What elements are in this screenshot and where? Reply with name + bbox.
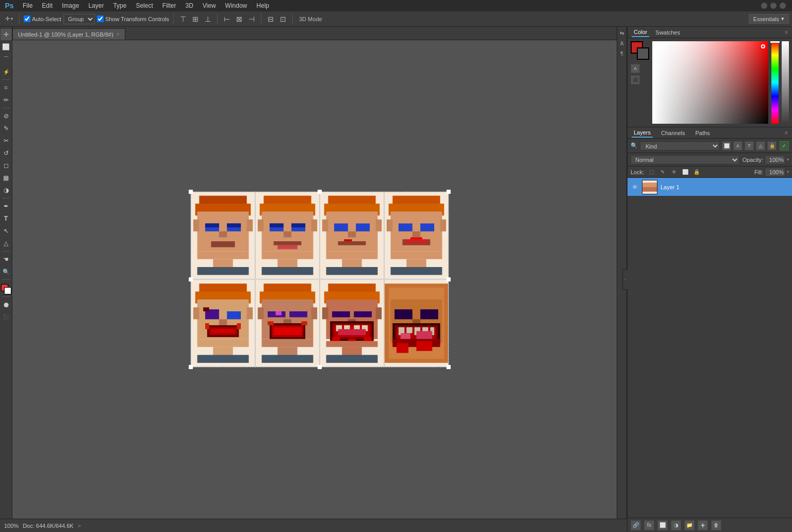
layer-mask-btn[interactable]: ⬜ [657, 520, 668, 530]
filter-shape-btn[interactable]: △ [756, 141, 765, 151]
tool-path-select[interactable]: ↖ [1, 225, 12, 237]
handle-top-right[interactable] [447, 190, 451, 194]
tool-spot-heal[interactable]: ⊘ [1, 110, 12, 122]
right-panel-collapse[interactable]: ‹ [622, 269, 628, 290]
menu-image[interactable]: Image [58, 1, 83, 10]
filter-adj-btn[interactable]: A [733, 141, 742, 151]
show-transform-checkbox[interactable]: Show Transform Controls [97, 15, 169, 22]
menu-type[interactable]: Type [109, 1, 130, 10]
align-bottom[interactable]: ⊥ [203, 14, 213, 24]
tool-eraser[interactable]: ◻ [1, 160, 12, 171]
layers-panel-menu[interactable]: ≡ [785, 130, 788, 136]
align-right[interactable]: ⊣ [246, 14, 257, 24]
tool-shape[interactable]: △ [1, 238, 12, 249]
handle-top-center[interactable] [318, 190, 322, 194]
opacity-input[interactable] [765, 155, 785, 164]
tool-quick-mask[interactable]: ⬤ [1, 299, 12, 310]
fill-input[interactable] [765, 168, 785, 177]
group-select[interactable]: Group [63, 14, 95, 24]
layer-add-btn[interactable]: + [698, 520, 708, 530]
handle-bot-left[interactable] [189, 365, 193, 369]
tab-channels[interactable]: Channels [659, 129, 687, 137]
lock-all[interactable]: 🔒 [692, 168, 701, 176]
tool-eyedropper[interactable]: ✏ [1, 94, 12, 106]
color-hue-strip[interactable] [771, 41, 779, 124]
essentials-button[interactable]: Essentials ▾ [749, 14, 789, 24]
doc-tab-close[interactable]: × [117, 31, 120, 37]
color-gradient-wrapper[interactable] [652, 41, 768, 124]
tool-screen-mode[interactable]: ⬛ [1, 311, 12, 323]
filter-pixel-btn[interactable]: ⬜ [722, 141, 731, 151]
handle-bot-right[interactable] [447, 365, 451, 369]
mini-icon-3[interactable]: ¶ [618, 49, 626, 58]
layer-adj-btn[interactable]: ◑ [671, 520, 681, 530]
align-top[interactable]: ⊤ [178, 14, 188, 24]
tool-hand[interactable]: ☚ [1, 254, 12, 265]
layer-link-btn[interactable]: 🔗 [631, 520, 641, 530]
auto-select-checkbox[interactable]: Auto-Select [24, 15, 61, 22]
handle-bot-center[interactable] [318, 365, 322, 369]
tool-quick-select[interactable]: ⚡ [1, 66, 12, 77]
handle-mid-left[interactable] [189, 277, 193, 281]
color-panel-menu[interactable]: ≡ [785, 29, 788, 35]
menu-view[interactable]: View [199, 1, 220, 10]
tool-clone[interactable]: ✂ [1, 135, 12, 146]
window-close[interactable] [780, 3, 786, 9]
tool-zoom[interactable]: 🔍 [1, 266, 12, 277]
tab-color[interactable]: Color [632, 28, 649, 37]
color-swatches[interactable] [1, 284, 11, 294]
tool-lasso[interactable]: ⌒ [1, 54, 12, 65]
lock-brush[interactable]: ✎ [658, 168, 667, 176]
menu-layer[interactable]: Layer [84, 1, 108, 10]
menu-3d[interactable]: 3D [181, 1, 197, 10]
tool-crop[interactable]: ⌗ [1, 82, 12, 93]
menu-window[interactable]: Window [221, 1, 252, 10]
tool-pen[interactable]: ✒ [1, 201, 12, 212]
menu-help[interactable]: Help [252, 1, 273, 10]
layer-group-btn[interactable]: 📁 [684, 520, 695, 530]
color-bg-swatch[interactable] [637, 47, 649, 60]
tool-type[interactable]: T [1, 213, 12, 224]
window-minimize[interactable] [761, 3, 767, 9]
show-transform-check[interactable] [97, 15, 104, 22]
tool-select-rect[interactable]: ⬜ [1, 41, 12, 53]
align-vcenter[interactable]: ⊞ [190, 14, 201, 24]
tab-swatches[interactable]: Swatches [653, 28, 682, 37]
handle-mid-right[interactable] [447, 277, 451, 281]
menu-edit[interactable]: Edit [38, 1, 57, 10]
tool-move[interactable]: ✛ [1, 29, 12, 40]
handle-top-left[interactable] [189, 190, 193, 194]
filter-type-btn[interactable]: T [745, 141, 754, 151]
tab-layers[interactable]: Layers [632, 128, 653, 138]
filter-lock-btn[interactable]: 🔒 [767, 141, 777, 151]
layer-fx-btn[interactable]: fx [644, 520, 654, 530]
lock-move[interactable]: ✛ [670, 168, 678, 176]
mini-icon-1[interactable]: ⇆ [618, 29, 626, 37]
lock-checkerboard[interactable]: ⬚ [647, 168, 655, 176]
tool-gradient[interactable]: ▦ [1, 172, 12, 184]
filter-toggle[interactable]: ✓ [780, 141, 789, 151]
blend-mode-select[interactable]: Normal [631, 155, 739, 164]
tool-history[interactable]: ↺ [1, 147, 12, 159]
menu-select[interactable]: Select [131, 1, 157, 10]
color-tool-1[interactable]: A [631, 64, 640, 73]
doc-tab-1[interactable]: Untitled-1 @ 100% (Layer 1, RGB/8#) × [12, 28, 125, 40]
color-alpha-strip[interactable] [782, 41, 789, 124]
distribute-v[interactable]: ⊡ [278, 14, 288, 24]
mode-3d-btn[interactable]: 3D Mode [297, 15, 324, 23]
layers-kind-filter[interactable]: Kind [640, 141, 720, 151]
layer-item-1[interactable]: 👁 Layer 1 [628, 178, 792, 196]
lock-artboard[interactable]: ⬜ [681, 168, 689, 176]
tab-paths[interactable]: Paths [694, 129, 712, 137]
status-arrow[interactable]: > [78, 523, 81, 529]
auto-select-check[interactable] [24, 15, 30, 22]
move-tool-active[interactable]: ✛ ▾ [3, 14, 15, 23]
color-tool-2[interactable]: ⬛ [631, 75, 640, 85]
layer-delete-btn[interactable]: 🗑 [711, 520, 721, 530]
window-maximize[interactable] [770, 3, 777, 9]
menu-file[interactable]: File [19, 1, 37, 10]
mini-icon-2[interactable]: A [618, 39, 626, 47]
background-color[interactable] [4, 287, 11, 294]
align-left[interactable]: ⊢ [222, 14, 232, 24]
align-hcenter[interactable]: ⊠ [234, 14, 244, 24]
